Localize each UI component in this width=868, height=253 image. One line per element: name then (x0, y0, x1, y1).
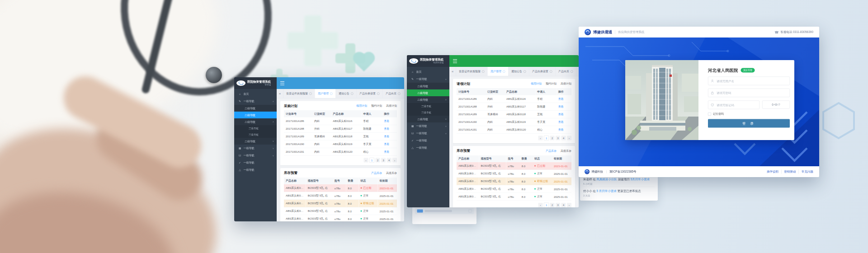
text-link[interactable]: 领用计划 (356, 104, 367, 108)
pager-page[interactable]: 4 (561, 203, 566, 207)
sidebar-item[interactable]: 二级导航 (234, 105, 277, 112)
sidebar-item[interactable]: 二级导航 (407, 89, 449, 96)
pager-page[interactable]: 2 (550, 203, 555, 207)
text-link[interactable]: 高值计划 (561, 82, 571, 86)
pager-page[interactable]: 4 (387, 158, 392, 163)
cell: 程心 (362, 148, 382, 155)
menu-toggle-icon[interactable] (280, 81, 284, 85)
view-link[interactable]: 查看 (558, 97, 564, 100)
list-item[interactable] (415, 208, 474, 214)
sidebar-item[interactable]: 一级导航 (407, 144, 449, 151)
sidebar-item[interactable]: 一级导航 (234, 166, 277, 173)
view-link[interactable]: 查看 (384, 135, 389, 138)
sidebar-item[interactable]: 二级导航 (407, 83, 449, 89)
sidebar-item[interactable]: 一级导航∨ (234, 145, 277, 152)
sidebar-item[interactable]: 首页 (234, 90, 277, 98)
text-link[interactable]: 操作说明 (767, 170, 778, 174)
pager-page[interactable]: 1 (544, 136, 549, 141)
sidebar-item[interactable]: 三级导航 (234, 125, 277, 131)
tab[interactable]: 资质证件效期预警 (283, 89, 315, 98)
text-link[interactable]: 高值库存 (561, 149, 571, 153)
captcha-question[interactable]: 6+8=? (762, 101, 790, 109)
password-input[interactable] (716, 91, 787, 95)
tab[interactable]: 用户管理 (488, 67, 509, 76)
medical-cross-icon (335, 43, 365, 73)
text-link[interactable]: 高值计划 (386, 104, 397, 108)
pager-page[interactable]: 1 (369, 158, 374, 163)
view-link[interactable]: 查看 (384, 127, 389, 130)
text-link[interactable]: 预约计划 (546, 82, 557, 86)
sidebar-item[interactable]: 一级导航 (407, 137, 449, 144)
tab[interactable]: 通知公告 (509, 67, 529, 76)
collapse-tabs-icon[interactable]: « (449, 67, 456, 76)
pager-page[interactable]: 3 (381, 158, 386, 163)
sidebar-item[interactable]: 二级导航∧ (407, 96, 449, 103)
sidebar-item[interactable]: 一级导航∨ (407, 122, 449, 130)
pager-prev-icon[interactable]: ‹ (364, 158, 368, 163)
view-link[interactable]: 查看 (558, 128, 564, 131)
sidebar-item[interactable]: 三级导航 (234, 131, 277, 138)
sidebar-item[interactable]: 三级导航 (407, 109, 449, 116)
tab[interactable]: 通知公告 (336, 89, 357, 98)
tab[interactable]: 产品出库 (383, 89, 404, 98)
cell: 2025-01-01 (552, 193, 571, 201)
pager-next-icon[interactable]: › (567, 136, 571, 141)
text-link[interactable]: 高值库存 (386, 171, 397, 175)
text-link[interactable]: 密钥驱动 (781, 170, 796, 174)
pager-prev-icon[interactable]: ‹ (538, 203, 543, 207)
feed-link[interactable]: 5 月日常小需求 (597, 189, 617, 193)
cell: ABS床头柜0118 (284, 200, 306, 207)
divider: ｜ (605, 170, 608, 174)
cell: 内科 (486, 118, 505, 126)
tab[interactable]: 用户管理 (315, 89, 336, 98)
sidebar-item[interactable]: 三级导航 (407, 103, 449, 109)
sidebar-item[interactable]: 二级导航∨ (407, 116, 449, 122)
view-link[interactable]: 查看 (558, 112, 564, 116)
pager-page[interactable]: 3 (556, 203, 560, 207)
sidebar-item[interactable]: 二级导航∧ (234, 118, 277, 125)
cell: 程心 (535, 126, 556, 133)
captcha-input[interactable] (716, 103, 757, 107)
view-link[interactable]: 查看 (384, 119, 389, 122)
collapse-tabs-icon[interactable]: « (277, 89, 283, 98)
view-link[interactable]: 查看 (384, 150, 389, 153)
view-link[interactable]: 查看 (558, 120, 564, 123)
text-link[interactable]: 领用计划 (531, 82, 542, 86)
sidebar-item[interactable]: 二级导航 (234, 112, 277, 118)
username-input[interactable] (716, 79, 787, 83)
pager-next-icon[interactable]: › (392, 158, 397, 163)
cell: BC533型 5孔, 右 (479, 162, 506, 170)
feed-link[interactable]: 5月日常小需求 (631, 178, 650, 181)
card-links: 领用计划预约计划高值计划 (531, 82, 571, 86)
text-link[interactable]: 常见问题 (799, 170, 814, 174)
text-link[interactable]: 预约计划 (371, 104, 382, 108)
sidebar-item[interactable]: 二级导航∨ (234, 138, 277, 145)
login-button[interactable]: 登 录 (708, 119, 790, 128)
edit-icon (411, 78, 414, 81)
tab[interactable]: 产品出库 (556, 67, 576, 76)
tab[interactable]: 资质证件效期预警 (456, 67, 488, 76)
view-link[interactable]: 查看 (558, 105, 564, 108)
sidebar-item[interactable]: 一级导航∧ (234, 98, 277, 105)
sidebar-item[interactable]: 一级导航∧ (407, 75, 449, 83)
menu-toggle-icon[interactable] (453, 59, 457, 63)
pager-page[interactable]: 2 (550, 136, 555, 141)
sidebar-item[interactable]: 一级导航 (234, 159, 277, 166)
view-link[interactable]: 查看 (384, 142, 389, 145)
text-link[interactable]: 产品库存 (371, 171, 382, 175)
text-link[interactable]: 产品库存 (546, 149, 557, 153)
pager-page[interactable]: 3 (556, 136, 560, 141)
table-row: 20171001A190内科ABS床头柜0119李天翼查看 (457, 118, 571, 126)
pager-page[interactable]: 1 (544, 203, 549, 208)
sidebar-item[interactable]: 一级导航∨ (234, 152, 277, 159)
pager-page[interactable]: 2 (376, 158, 380, 163)
pager-page[interactable]: 4 (561, 136, 566, 141)
sidebar-item[interactable]: 一级导航∨ (407, 130, 449, 137)
tab[interactable]: 产品分类设置 (357, 89, 383, 98)
sidebar-item[interactable]: 首页 (407, 68, 449, 75)
tab[interactable]: 产品分类设置 (529, 67, 556, 76)
pager-next-icon[interactable]: › (567, 203, 571, 207)
remember-checkbox[interactable] (708, 112, 711, 116)
feed-link[interactable]: 凤凰精英小分队 (597, 178, 618, 181)
pager-prev-icon[interactable]: ‹ (538, 136, 543, 141)
